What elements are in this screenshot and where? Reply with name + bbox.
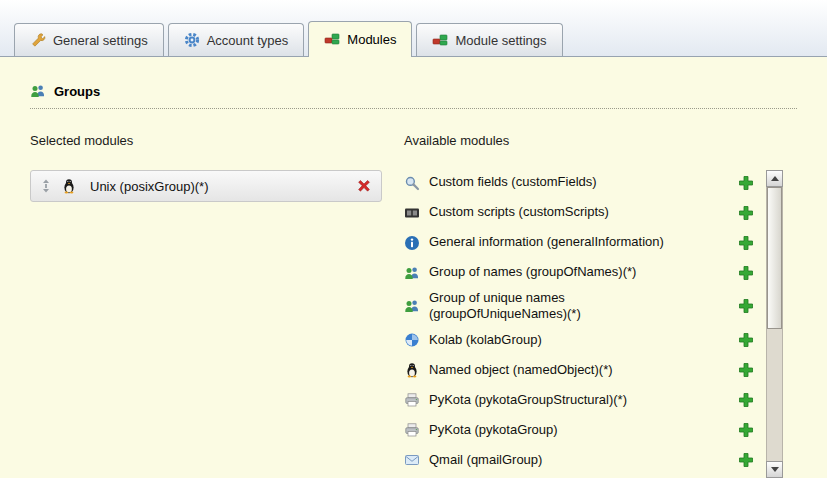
tux-icon <box>404 362 420 378</box>
scroll-down-button[interactable] <box>766 461 783 478</box>
tab-label: Modules <box>347 32 396 47</box>
module-label: Qmail (qmailGroup) <box>429 452 542 468</box>
add-module-icon[interactable] <box>738 332 754 348</box>
group-icon <box>404 298 420 314</box>
tab-label: General settings <box>53 33 148 48</box>
add-module-icon[interactable] <box>738 452 754 468</box>
footer-strip <box>0 478 827 486</box>
modules-bricks-icon <box>432 32 448 48</box>
tab-modules[interactable]: Modules <box>308 21 412 57</box>
printer-icon <box>404 422 420 438</box>
content-area: Groups Selected modules Unix (posixGroup… <box>0 56 827 478</box>
tab-bar: General settings Account types Modules M… <box>0 0 827 56</box>
available-modules-scrollbar[interactable] <box>766 170 783 478</box>
scrollbar-track[interactable] <box>766 187 783 461</box>
tab-label: Account types <box>207 33 289 48</box>
available-modules-heading: Available modules <box>404 133 797 148</box>
tux-icon <box>61 178 77 194</box>
available-module-row: Group of unique names (groupOfUniqueName… <box>404 290 766 323</box>
module-label: Group of unique names (groupOfUniqueName… <box>429 290 679 323</box>
lam-configuration-page: General settings Account types Modules M… <box>0 0 827 486</box>
add-module-icon[interactable] <box>738 205 754 221</box>
module-label: General information (generalInformation) <box>429 234 664 250</box>
add-module-icon[interactable] <box>738 392 754 408</box>
gear-icon <box>184 32 200 48</box>
mail-icon <box>404 452 420 468</box>
section-divider <box>30 108 797 109</box>
kolab-icon <box>404 332 420 348</box>
add-module-icon[interactable] <box>738 298 754 314</box>
add-module-icon[interactable] <box>738 422 754 438</box>
module-label: Named object (namedObject)(*) <box>429 362 613 378</box>
groups-icon <box>30 83 46 99</box>
module-label: Custom scripts (customScripts) <box>429 204 609 220</box>
add-module-icon[interactable] <box>738 175 754 191</box>
scroll-up-button[interactable] <box>766 170 783 187</box>
selected-modules-column: Selected modules Unix (posixGroup)(*) <box>30 133 382 478</box>
arrow-down-icon <box>771 467 779 472</box>
available-module-row: Group of names (groupOfNames)(*) <box>404 260 766 285</box>
add-module-icon[interactable] <box>738 265 754 281</box>
magnifier-icon <box>404 175 420 191</box>
module-columns: Selected modules Unix (posixGroup)(*) <box>30 133 797 478</box>
script-icon <box>404 205 420 221</box>
modules-bricks-icon <box>324 31 340 47</box>
available-module-row: General information (generalInformation) <box>404 230 766 255</box>
selected-module-row[interactable]: Unix (posixGroup)(*) <box>30 170 382 202</box>
arrow-up-icon <box>771 176 779 181</box>
available-module-row: Qmail (qmailGroup) <box>404 448 766 473</box>
tab-label: Module settings <box>455 33 546 48</box>
available-module-row: PyKota (pykotaGroup) <box>404 418 766 443</box>
module-label: PyKota (pykotaGroupStructural)(*) <box>429 392 627 408</box>
module-label: Kolab (kolabGroup) <box>429 332 542 348</box>
drag-handle-icon[interactable] <box>40 178 52 194</box>
available-modules-list-wrap: Custom fields (customFields) Custom scri… <box>404 170 797 478</box>
module-label: Group of names (groupOfNames)(*) <box>429 264 636 280</box>
tab-module-settings[interactable]: Module settings <box>416 23 562 56</box>
tab-general-settings[interactable]: General settings <box>14 23 164 56</box>
remove-module-icon[interactable] <box>356 178 372 194</box>
printer-icon <box>404 392 420 408</box>
group-icon <box>404 265 420 281</box>
section-title: Groups <box>54 84 100 99</box>
section-header: Groups <box>30 83 797 99</box>
add-module-icon[interactable] <box>738 235 754 251</box>
add-module-icon[interactable] <box>738 362 754 378</box>
available-modules-column: Available modules Custom fields (customF… <box>404 133 797 478</box>
wrench-icon <box>30 32 46 48</box>
available-module-row: Custom scripts (customScripts) <box>404 200 766 225</box>
available-module-row: Custom fields (customFields) <box>404 170 766 195</box>
available-module-row: Kolab (kolabGroup) <box>404 328 766 353</box>
available-module-row: Named object (namedObject)(*) <box>404 358 766 383</box>
selected-module-label: Unix (posixGroup)(*) <box>86 179 347 194</box>
info-icon <box>404 235 420 251</box>
selected-modules-heading: Selected modules <box>30 133 382 148</box>
available-module-row: PyKota (pykotaGroupStructural)(*) <box>404 388 766 413</box>
available-modules-list: Custom fields (customFields) Custom scri… <box>404 170 766 478</box>
scrollbar-thumb[interactable] <box>767 187 782 329</box>
module-label: Custom fields (customFields) <box>429 174 597 190</box>
tab-account-types[interactable]: Account types <box>168 23 305 56</box>
module-label: PyKota (pykotaGroup) <box>429 422 558 438</box>
